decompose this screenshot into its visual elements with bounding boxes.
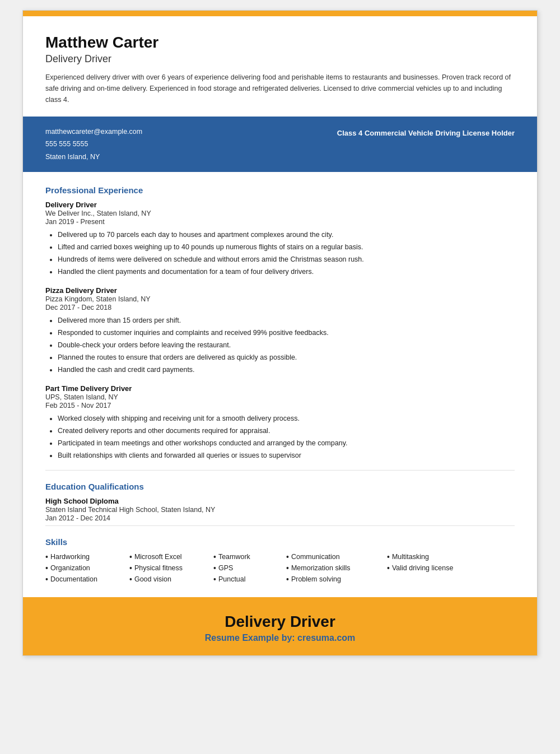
bullet-1-1: Delivered up to 70 parcels each day to h… bbox=[58, 229, 515, 240]
bullet-icon: • bbox=[213, 564, 216, 573]
divider-1 bbox=[45, 470, 515, 471]
bullet-1-4: Handled the client payments and document… bbox=[58, 266, 515, 277]
skill-memorization: • Memorization skills bbox=[286, 564, 387, 573]
skill-valid-license: • Valid driving license bbox=[387, 564, 482, 573]
page-wrapper: Matthew Carter Delivery Driver Experienc… bbox=[0, 0, 560, 754]
skill-teamwork: • Teamwork bbox=[213, 552, 286, 561]
divider-2 bbox=[45, 525, 515, 526]
skill-hardworking: • Hardworking bbox=[45, 552, 129, 561]
contact-badge: Class 4 Commercial Vehicle Driving Licen… bbox=[337, 125, 515, 139]
skill-gps: • GPS bbox=[213, 564, 286, 573]
education-entry-1: High School Diploma Staten Island Techni… bbox=[45, 497, 515, 522]
bullet-2-5: Handled the cash and credit card payment… bbox=[58, 364, 515, 375]
contact-location: Staten Island, NY bbox=[45, 151, 142, 164]
job-company-2: Pizza Kingdom, Staten Island, NY bbox=[45, 295, 515, 303]
edu-dates-1: Jan 2012 - Dec 2014 bbox=[45, 514, 515, 522]
bullet-icon: • bbox=[45, 552, 48, 561]
bullet-2-1: Delivered more than 15 orders per shift. bbox=[58, 315, 515, 326]
candidate-title: Delivery Driver bbox=[45, 53, 515, 65]
bullet-1-3: Hundreds of items were delivered on sche… bbox=[58, 254, 515, 265]
bullet-icon: • bbox=[45, 564, 48, 573]
job-entry-1: Delivery Driver We Deliver Inc., Staten … bbox=[45, 201, 515, 277]
contact-left: matthewcareter@example.com 555 555 5555 … bbox=[45, 125, 142, 164]
contact-bar: matthewcareter@example.com 555 555 5555 … bbox=[23, 117, 537, 173]
body-section: Professional Experience Delivery Driver … bbox=[23, 172, 537, 597]
bullet-2-3: Double-check your orders before leaving … bbox=[58, 339, 515, 351]
bullet-3-2: Created delivery reports and other docum… bbox=[58, 425, 515, 436]
job-dates-2: Dec 2017 - Dec 2018 bbox=[45, 304, 515, 311]
footer-subtitle-text: Resume Example by: bbox=[205, 633, 295, 643]
skill-punctual: • Punctual bbox=[213, 575, 286, 584]
bullet-3-1: Worked closely with shipping and receivi… bbox=[58, 413, 515, 424]
job-company-1: We Deliver Inc., Staten Island, NY bbox=[45, 210, 515, 217]
footer-title: Delivery Driver bbox=[45, 613, 515, 631]
job-bullets-3: Worked closely with shipping and receivi… bbox=[58, 413, 515, 461]
footer-subtitle: Resume Example by: cresuma.com bbox=[45, 633, 515, 643]
job-dates-3: Feb 2015 - Nov 2017 bbox=[45, 402, 515, 409]
contact-phone: 555 555 5555 bbox=[45, 138, 142, 151]
bullet-icon: • bbox=[213, 575, 216, 584]
bullet-icon: • bbox=[129, 575, 132, 584]
bullet-icon: • bbox=[286, 552, 289, 561]
job-bullets-2: Delivered more than 15 orders per shift.… bbox=[58, 315, 515, 375]
top-border-decoration bbox=[23, 11, 537, 16]
education-section-title: Education Qualifications bbox=[45, 482, 515, 491]
bullet-2-4: Planned the routes to ensure that orders… bbox=[58, 352, 515, 363]
footer-banner: Delivery Driver Resume Example by: cresu… bbox=[23, 597, 537, 655]
header-section: Matthew Carter Delivery Driver Experienc… bbox=[23, 16, 537, 117]
skill-microsoft-excel: • Microsoft Excel bbox=[129, 552, 213, 561]
skill-good-vision: • Good vision bbox=[129, 575, 213, 584]
bullet-icon: • bbox=[286, 564, 289, 573]
bullet-3-4: Built relationships with clients and for… bbox=[58, 450, 515, 461]
bullet-2-2: Responded to customer inquiries and comp… bbox=[58, 327, 515, 338]
skill-problem-solving: • Problem solving bbox=[286, 575, 387, 584]
edu-degree-1: High School Diploma bbox=[45, 497, 515, 505]
experience-section-title: Professional Experience bbox=[45, 185, 515, 195]
job-title-2: Pizza Delivery Driver bbox=[45, 286, 515, 295]
edu-school-1: Staten Island Technical High School, Sta… bbox=[45, 506, 515, 514]
bullet-icon: • bbox=[213, 552, 216, 561]
job-bullets-1: Delivered up to 70 parcels each day to h… bbox=[58, 229, 515, 277]
job-dates-1: Jan 2019 - Present bbox=[45, 218, 515, 226]
job-title-1: Delivery Driver bbox=[45, 201, 515, 209]
bullet-3-3: Participated in team meetings and other … bbox=[58, 437, 515, 449]
bullet-icon: • bbox=[286, 575, 289, 584]
contact-email: matthewcareter@example.com bbox=[45, 125, 142, 138]
footer-brand: cresuma.com bbox=[297, 633, 355, 643]
skills-section-title: Skills bbox=[45, 537, 515, 547]
candidate-name: Matthew Carter bbox=[45, 33, 515, 52]
skill-multitasking: • Multitasking bbox=[387, 552, 482, 561]
bullet-icon: • bbox=[45, 575, 48, 584]
skill-organization: • Organization bbox=[45, 564, 129, 573]
job-title-3: Part Time Delivery Driver bbox=[45, 384, 515, 393]
bullet-icon: • bbox=[129, 564, 132, 573]
skill-documentation: • Documentation bbox=[45, 575, 129, 584]
job-entry-2: Pizza Delivery Driver Pizza Kingdom, Sta… bbox=[45, 286, 515, 375]
job-company-3: UPS, Staten Island, NY bbox=[45, 393, 515, 401]
bullet-1-2: Lifted and carried boxes weighing up to … bbox=[58, 241, 515, 253]
summary-text: Experienced delivery driver with over 6 … bbox=[45, 72, 515, 105]
skill-communication: • Communication bbox=[286, 552, 387, 561]
skills-grid: • Hardworking • Microsoft Excel • Teamwo… bbox=[45, 552, 515, 584]
resume-card: Matthew Carter Delivery Driver Experienc… bbox=[22, 10, 538, 656]
bullet-icon: • bbox=[129, 552, 132, 561]
skill-physical-fitness: • Physical fitness bbox=[129, 564, 213, 573]
job-entry-3: Part Time Delivery Driver UPS, Staten Is… bbox=[45, 384, 515, 461]
bullet-icon: • bbox=[387, 564, 390, 573]
bullet-icon: • bbox=[387, 552, 390, 561]
